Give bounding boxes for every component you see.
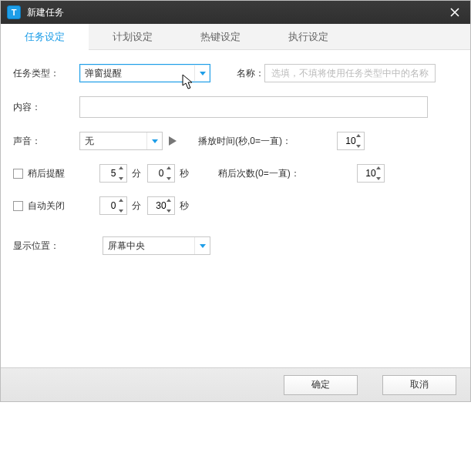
spinner-up-icon[interactable] (356, 134, 361, 137)
label-task-type: 任务类型： (10, 67, 79, 80)
unit-minute: 分 (132, 199, 141, 213)
tab-schedule-settings[interactable]: 计划设定 (89, 24, 177, 49)
chevron-down-icon (194, 65, 210, 82)
cancel-button[interactable]: 取消 (382, 375, 456, 395)
unit-second: 秒 (180, 167, 189, 180)
later-remind-group: 稍后提醒 (10, 167, 79, 180)
task-type-combo[interactable]: 弹窗提醒 (79, 64, 210, 82)
chevron-down-icon (146, 132, 162, 149)
label-auto-close: 自动关闭 (28, 199, 65, 213)
spinner-up-icon[interactable] (167, 166, 171, 169)
spinner-down-icon[interactable] (167, 177, 171, 180)
close-button[interactable] (439, 1, 470, 24)
titlebar: T 新建任务 (1, 1, 470, 24)
later-count-spinner[interactable] (357, 164, 385, 183)
app-icon: T (7, 5, 21, 19)
later-second-spinner[interactable] (147, 164, 175, 183)
spinner-up-icon[interactable] (119, 199, 123, 202)
form-area: 任务类型： 弹窗提醒 名称： 内容： 声音： 无 (1, 50, 470, 367)
task-type-value: 弹窗提醒 (85, 67, 122, 80)
close-icon (450, 8, 459, 17)
blank-area (0, 402, 471, 464)
dialog-window: T 新建任务 任务设定 计划设定 热键设定 执行设定 任务类型： 弹窗提醒 名称… (0, 0, 471, 402)
auto-minute-spinner[interactable] (99, 196, 127, 215)
position-value: 屏幕中央 (108, 240, 145, 253)
spinner-up-icon[interactable] (167, 199, 171, 202)
name-input[interactable] (270, 65, 430, 82)
unit-second: 秒 (180, 199, 189, 213)
chevron-down-icon (194, 237, 210, 254)
ok-button[interactable]: 确定 (284, 375, 358, 395)
position-combo[interactable]: 屏幕中央 (103, 236, 210, 255)
later-minute-spinner[interactable] (99, 164, 127, 183)
tab-task-settings[interactable]: 任务设定 (1, 24, 89, 49)
auto-second-spinner[interactable] (147, 196, 175, 215)
label-later-count: 稍后次数(0=一直)： (218, 167, 318, 180)
sound-combo[interactable]: 无 (79, 132, 163, 150)
label-name: 名称： (210, 67, 264, 80)
spinner-up-icon[interactable] (119, 166, 123, 169)
label-sound: 声音： (10, 135, 79, 148)
play-icon[interactable] (169, 136, 177, 146)
later-remind-checkbox[interactable] (13, 169, 23, 179)
spinner-down-icon[interactable] (119, 210, 123, 213)
label-play-time: 播放时间(秒,0=一直)： (198, 135, 314, 148)
label-content: 内容： (10, 101, 79, 114)
content-input-wrap (79, 96, 428, 118)
label-position: 显示位置： (10, 240, 103, 253)
tabstrip: 任务设定 计划设定 热键设定 执行设定 (1, 24, 470, 50)
spinner-down-icon[interactable] (167, 210, 171, 213)
play-time-spinner[interactable] (337, 132, 365, 150)
sound-value: 无 (85, 135, 94, 148)
label-later-remind: 稍后提醒 (28, 167, 65, 180)
spinner-down-icon[interactable] (119, 177, 123, 180)
tab-execute-settings[interactable]: 执行设定 (264, 24, 352, 49)
content-input[interactable] (85, 97, 422, 117)
dialog-footer: 确定 取消 (1, 367, 470, 401)
tab-hotkey-settings[interactable]: 热键设定 (177, 24, 264, 49)
name-input-wrap (264, 64, 436, 82)
unit-minute: 分 (132, 167, 141, 180)
auto-close-group: 自动关闭 (10, 199, 79, 213)
spinner-down-icon[interactable] (376, 177, 381, 180)
auto-close-checkbox[interactable] (13, 201, 23, 211)
window-title: 新建任务 (27, 6, 64, 19)
spinner-down-icon[interactable] (356, 145, 361, 148)
spinner-up-icon[interactable] (376, 166, 381, 169)
